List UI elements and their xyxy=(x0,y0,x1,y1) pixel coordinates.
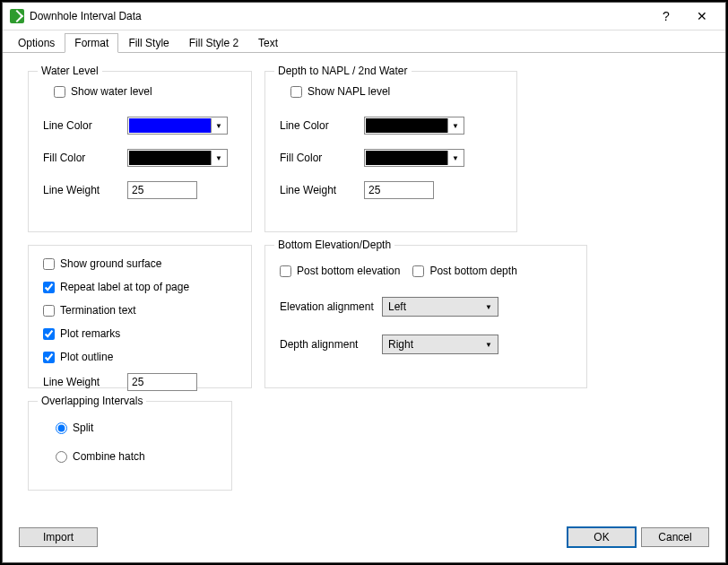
post-elev-label: Post bottom elevation xyxy=(297,265,400,277)
post-elev-checkbox[interactable] xyxy=(280,265,291,277)
group-water-level: Water Level Show water level Line Color … xyxy=(28,71,252,232)
line-weight-label: Line Weight xyxy=(43,376,127,388)
titlebar: Downhole Interval Data ? ✕ xyxy=(3,3,725,30)
split-radio[interactable] xyxy=(56,422,67,434)
color-swatch xyxy=(129,118,211,133)
ok-button[interactable]: OK xyxy=(568,527,636,547)
show-water-level-checkbox[interactable] xyxy=(54,86,65,98)
chevron-down-icon: ▼ xyxy=(485,341,492,349)
line-weight-label: Line Weight xyxy=(43,184,127,196)
plot-remarks-label: Plot remarks xyxy=(60,327,120,340)
help-button[interactable]: ? xyxy=(648,4,684,29)
chevron-down-icon: ▼ xyxy=(447,151,463,165)
import-button[interactable]: Import xyxy=(19,527,98,547)
elev-align-value: Left xyxy=(388,300,406,313)
misc-line-weight-input[interactable] xyxy=(127,373,197,391)
napl-fill-color-picker[interactable]: ▼ xyxy=(364,149,464,167)
elev-align-label: Elevation alignment xyxy=(280,300,382,313)
plot-remarks-checkbox[interactable] xyxy=(43,328,55,340)
depth-align-select[interactable]: Right ▼ xyxy=(382,335,498,354)
group-napl: Depth to NAPL / 2nd Water Show NAPL leve… xyxy=(264,71,517,232)
line-weight-label: Line Weight xyxy=(280,184,364,196)
group-misc: Show ground surface Repeat label at top … xyxy=(28,245,252,388)
show-napl-checkbox[interactable] xyxy=(290,86,302,98)
group-bottom: Bottom Elevation/Depth Post bottom eleva… xyxy=(264,245,587,388)
plot-outline-checkbox[interactable] xyxy=(43,352,55,363)
post-depth-checkbox[interactable] xyxy=(412,265,424,277)
tab-fill-style-2[interactable]: Fill Style 2 xyxy=(179,33,248,52)
close-button[interactable]: ✕ xyxy=(684,4,720,29)
color-swatch xyxy=(366,118,447,133)
tabstrip: Options Format Fill Style Fill Style 2 T… xyxy=(3,30,725,53)
group-legend: Depth to NAPL / 2nd Water xyxy=(274,65,412,77)
chevron-down-icon: ▼ xyxy=(447,118,463,133)
show-napl-label: Show NAPL level xyxy=(308,85,390,98)
group-legend: Bottom Elevation/Depth xyxy=(274,239,394,251)
dialog-window: Downhole Interval Data ? ✕ Options Forma… xyxy=(2,2,726,563)
depth-align-value: Right xyxy=(388,338,413,351)
app-icon xyxy=(10,9,24,23)
repeat-label-checkbox[interactable] xyxy=(43,282,55,293)
tab-fill-style[interactable]: Fill Style xyxy=(118,33,178,52)
napl-line-weight-input[interactable] xyxy=(364,181,434,199)
elev-align-select[interactable]: Left ▼ xyxy=(382,297,498,317)
footer: Import OK Cancel xyxy=(3,521,725,562)
group-overlap: Overlapping Intervals Split Combine hatc… xyxy=(28,401,232,491)
tab-panel: Water Level Show water level Line Color … xyxy=(3,53,725,521)
tab-format[interactable]: Format xyxy=(65,33,118,53)
group-legend: Overlapping Intervals xyxy=(38,395,146,407)
cancel-button[interactable]: Cancel xyxy=(641,527,709,547)
tab-text[interactable]: Text xyxy=(248,33,288,52)
plot-outline-label: Plot outline xyxy=(60,351,113,363)
repeat-label-label: Repeat label at top of page xyxy=(60,281,189,293)
combine-radio[interactable] xyxy=(56,451,67,463)
water-line-color-picker[interactable]: ▼ xyxy=(127,117,228,135)
tab-options[interactable]: Options xyxy=(8,33,65,52)
water-line-weight-input[interactable] xyxy=(127,181,197,199)
show-ground-label: Show ground surface xyxy=(60,257,161,270)
post-depth-label: Post bottom depth xyxy=(429,265,516,277)
napl-line-color-picker[interactable]: ▼ xyxy=(364,117,464,135)
line-color-label: Line Color xyxy=(280,119,364,132)
termination-label: Termination text xyxy=(60,304,136,317)
split-label: Split xyxy=(73,422,93,434)
color-swatch xyxy=(129,151,211,165)
window-title: Downhole Interval Data xyxy=(30,10,648,22)
combine-label: Combine hatch xyxy=(73,450,145,463)
fill-color-label: Fill Color xyxy=(43,152,127,164)
chevron-down-icon: ▼ xyxy=(211,151,226,165)
show-water-level-label: Show water level xyxy=(71,85,152,98)
fill-color-label: Fill Color xyxy=(280,152,364,164)
color-swatch xyxy=(366,151,447,165)
line-color-label: Line Color xyxy=(43,119,127,132)
chevron-down-icon: ▼ xyxy=(211,118,226,133)
termination-checkbox[interactable] xyxy=(43,305,55,317)
chevron-down-icon: ▼ xyxy=(485,303,492,311)
group-legend: Water Level xyxy=(38,65,102,77)
water-fill-color-picker[interactable]: ▼ xyxy=(127,149,228,167)
depth-align-label: Depth alignment xyxy=(280,338,382,351)
show-ground-checkbox[interactable] xyxy=(43,258,55,270)
